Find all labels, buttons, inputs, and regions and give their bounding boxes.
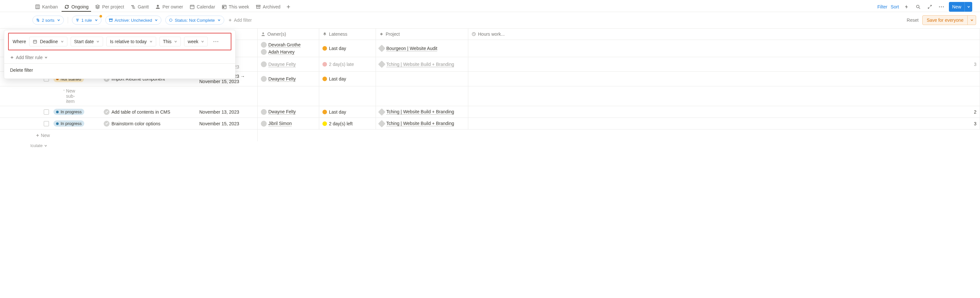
owner-cell[interactable]: Dwayne Felty <box>258 106 319 117</box>
header-project[interactable]: Project <box>376 29 468 40</box>
view-tab-archived[interactable]: Archived <box>253 2 283 11</box>
chevron-down-icon <box>44 144 47 147</box>
project-cell[interactable]: Tching | Website Build + Branding <box>376 118 468 129</box>
view-tab-calendar[interactable]: Calendar <box>187 2 218 11</box>
lightning-icon[interactable] <box>902 3 911 11</box>
hours-cell[interactable] <box>468 72 980 86</box>
header-lateness[interactable]: Lateness <box>319 29 376 40</box>
status-pill[interactable]: Status: Not Complete <box>165 16 224 25</box>
hours-cell[interactable]: 3 <box>468 118 980 129</box>
sort-link[interactable]: Sort <box>891 4 899 10</box>
footer-calculate[interactable]: lculate <box>0 141 980 150</box>
avatar-icon <box>261 109 267 115</box>
view-tab-per-owner[interactable]: Per owner <box>153 2 186 11</box>
view-tab-ongoing[interactable]: Ongoing <box>62 2 91 11</box>
view-tab-gantt[interactable]: Gantt <box>128 2 151 11</box>
svg-rect-33 <box>110 19 112 21</box>
sorts-pill[interactable]: 2 sorts <box>32 16 64 25</box>
project-chip[interactable]: Tching | Website Build + Branding <box>379 109 454 115</box>
deadline-cell[interactable]: November 15, 2023 <box>199 121 254 126</box>
svg-rect-5 <box>132 6 135 7</box>
reset-button[interactable]: Reset <box>907 18 919 23</box>
row-checkbox[interactable] <box>44 109 49 115</box>
view-tab-kanban[interactable]: Kanban <box>32 2 60 11</box>
header-owner[interactable]: Owner(s) <box>258 29 319 40</box>
owner-name: Dwayne Felty <box>268 62 296 67</box>
view-tab-this-week[interactable]: This week <box>219 2 252 11</box>
add-filter-rule-button[interactable]: Add filter rule <box>10 53 230 63</box>
owner-chip[interactable]: Dwayne Felty <box>261 109 296 115</box>
project-cell[interactable]: Tching | Website Build + Branding <box>376 57 468 71</box>
row-checkbox[interactable] <box>44 121 49 126</box>
save-dropdown[interactable] <box>967 16 976 25</box>
svg-point-26 <box>943 6 944 8</box>
owner-cell[interactable]: Dwayne Felty <box>258 57 319 71</box>
project-chip[interactable]: Tching | Website Build + Branding <box>379 62 454 67</box>
person-icon <box>261 32 266 36</box>
table-row[interactable]: In progress Brainstorm color options Nov… <box>0 118 980 130</box>
new-button-label: New <box>949 4 964 10</box>
new-button[interactable]: New <box>949 2 972 12</box>
task-title[interactable]: Brainstorm color options <box>111 121 161 126</box>
lateness-cell[interactable]: Last day <box>319 40 376 57</box>
filter-subfield-select[interactable]: Start date <box>71 37 103 46</box>
add-view-button[interactable] <box>284 3 293 11</box>
more-icon[interactable] <box>937 3 946 11</box>
table-row[interactable]: In progress Add table of contents in CMS… <box>0 106 980 118</box>
plus-icon <box>228 18 232 22</box>
new-button-dropdown[interactable] <box>964 2 972 12</box>
owner-chip[interactable]: Adah Harvey <box>261 49 294 55</box>
status-dot-icon <box>56 111 59 113</box>
hours-cell[interactable] <box>468 40 980 57</box>
view-tab-label: Ongoing <box>71 4 89 10</box>
owner-chip[interactable]: Jibril Simon <box>261 121 292 127</box>
lateness-cell[interactable]: 2 day(s) late <box>319 57 376 71</box>
lateness-cell[interactable]: 2 day(s) left <box>319 118 376 129</box>
owner-cell[interactable]: Dwayne Felty <box>258 72 319 86</box>
new-sub-item-row[interactable]: New sub-item <box>0 87 980 106</box>
project-chip[interactable]: Bourgeon | Website Audit <box>379 46 437 51</box>
deadline-cell[interactable]: November 13, 2023 <box>199 109 254 115</box>
view-tab-per-project[interactable]: Per project <box>92 2 127 11</box>
hours-cell[interactable]: 3 <box>468 57 980 71</box>
bell-icon <box>323 32 327 36</box>
owner-cell[interactable]: Devorah GrotheAdah Harvey <box>258 40 319 57</box>
delete-filter-button[interactable]: Delete filter <box>10 64 230 74</box>
status-label: In progress <box>60 109 82 114</box>
filter-value2-select[interactable]: week <box>184 37 208 46</box>
task-title[interactable]: Add table of contents in CMS <box>111 109 170 115</box>
hours-cell[interactable]: 2 <box>468 106 980 117</box>
owner-cell[interactable]: Jibril Simon <box>258 118 319 129</box>
diamond-icon <box>378 108 386 115</box>
diamond-icon <box>378 45 386 52</box>
filter-field-select[interactable]: Deadline <box>29 37 67 46</box>
status-tag[interactable]: In progress <box>54 120 84 127</box>
status-tag[interactable]: In progress <box>54 109 84 115</box>
filter-link[interactable]: Filter <box>877 4 887 10</box>
rule-pill[interactable]: 1 rule <box>72 16 102 25</box>
expand-icon[interactable] <box>926 3 934 11</box>
add-filter-button[interactable]: Add filter <box>228 18 252 23</box>
search-icon[interactable] <box>914 3 922 11</box>
owner-chip[interactable]: Dwayne Felty <box>261 61 296 67</box>
header-hours[interactable]: Hours work... <box>468 29 980 40</box>
filter-operator-select[interactable]: Is relative to today <box>106 37 156 46</box>
lateness-cell[interactable]: Last day <box>319 106 376 117</box>
project-cell[interactable]: Bourgeon | Website Audit <box>376 40 468 57</box>
save-for-everyone-button[interactable]: Save for everyone <box>922 15 976 25</box>
lateness-cell[interactable]: Last day <box>319 72 376 86</box>
project-cell[interactable]: Tching | Website Build + Branding <box>376 106 468 117</box>
filter-rule-more-button[interactable] <box>211 37 221 46</box>
svg-point-25 <box>941 6 942 8</box>
avatar-icon <box>261 42 267 48</box>
filter-value1-select[interactable]: This <box>159 37 181 46</box>
owner-chip[interactable]: Devorah Grothe <box>261 42 301 48</box>
person-icon <box>155 4 161 10</box>
archive-pill[interactable]: Archive: Unchecked <box>105 16 162 25</box>
owner-chip[interactable]: Dwayne Felty <box>261 76 296 82</box>
svg-point-37 <box>262 32 264 34</box>
project-cell[interactable] <box>376 72 468 86</box>
new-row[interactable]: New <box>0 130 980 141</box>
svg-rect-8 <box>190 5 194 9</box>
project-chip[interactable]: Tching | Website Build + Branding <box>379 121 454 126</box>
